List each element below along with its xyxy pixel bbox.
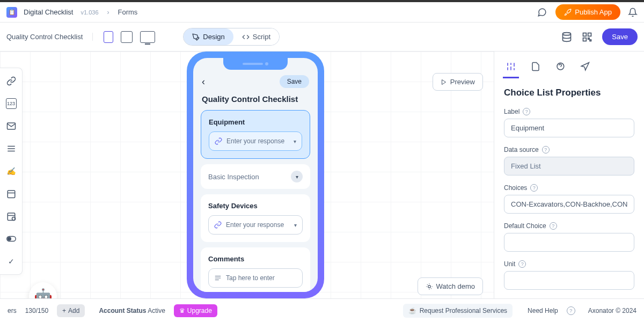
need-help-label[interactable]: Need Help — [528, 307, 558, 314]
help-icon[interactable]: ? — [523, 108, 530, 115]
svg-rect-12 — [8, 213, 15, 221]
panel-tab-notes[interactable] — [530, 59, 541, 74]
users-label: ers — [8, 307, 17, 314]
phone-notch — [223, 58, 288, 70]
save-button[interactable]: Save — [602, 28, 638, 45]
card-label: Comments — [208, 255, 303, 263]
help-icon[interactable]: ? — [518, 260, 526, 268]
sparkle-icon — [426, 283, 433, 290]
help-icon[interactable]: ? — [542, 146, 550, 153]
bell-icon[interactable] — [628, 8, 638, 17]
svg-marker-20 — [442, 79, 445, 84]
widget-toolbar: 123 ✍ ✓ — [0, 68, 23, 275]
svg-rect-2 — [588, 33, 591, 36]
svg-rect-3 — [583, 38, 587, 41]
help-icon[interactable]: ? — [530, 184, 538, 192]
form-card-basic-inspection[interactable]: Basic Inspection ▾ — [201, 164, 310, 189]
tool-link-icon[interactable] — [6, 76, 17, 86]
phone-save-button[interactable]: Save — [280, 75, 309, 88]
code-icon — [242, 33, 250, 41]
rocket-icon — [564, 9, 572, 16]
device-switcher — [104, 31, 155, 43]
design-tab[interactable]: Design — [184, 28, 233, 45]
account-status-value: Active — [148, 307, 165, 314]
tool-number-icon[interactable]: 123 — [6, 98, 17, 109]
label-input[interactable] — [504, 119, 634, 137]
preview-button[interactable]: Preview — [433, 73, 483, 91]
panel-title: Choice List Properties — [504, 87, 634, 98]
data-icon[interactable] — [561, 32, 572, 42]
tool-calendar-icon[interactable] — [6, 188, 17, 199]
account-status-label: Account Status — [99, 307, 146, 314]
upgrade-button[interactable]: ♛ Upgrade — [174, 304, 217, 317]
second-bar: Quality Control Checklist Design Script … — [0, 23, 644, 52]
tool-list-icon[interactable] — [6, 143, 17, 154]
svg-rect-4 — [588, 38, 590, 39]
status-bar: ers 130/150 +Add Account Status Active ♛… — [0, 298, 644, 322]
chevron-right-icon: › — [107, 9, 109, 16]
publish-button[interactable]: Publish App — [555, 4, 620, 20]
svg-point-0 — [563, 32, 571, 35]
tool-toggle-icon[interactable] — [6, 233, 17, 244]
phone-title: Quality Control Checklist — [193, 92, 318, 110]
datasource-input[interactable] — [504, 157, 634, 175]
canvas: 123 ✍ ✓ 🤖 ‹ Save Quality Control Checkli… — [0, 52, 644, 298]
page-name: Quality Control Checklist — [6, 33, 93, 41]
help-icon[interactable]: ? — [550, 222, 557, 230]
card-label: Basic Inspection — [208, 173, 259, 181]
svg-point-16 — [8, 237, 11, 240]
app-logo: 📋 — [6, 7, 17, 18]
script-tab[interactable]: Script — [233, 28, 279, 45]
breadcrumb[interactable]: Forms — [118, 8, 138, 16]
prop-datasource-text: Data source — [504, 146, 539, 153]
text-field[interactable]: Tap here to enter — [208, 268, 303, 288]
app-title: Digital Checklist — [24, 8, 73, 16]
tool-expand-icon[interactable]: ✓ — [6, 256, 17, 267]
mode-switcher: Design Script — [183, 28, 280, 46]
tool-email-icon[interactable] — [6, 121, 17, 131]
svg-rect-10 — [8, 191, 15, 198]
choice-field[interactable]: Enter your response ▾ — [209, 131, 302, 151]
prop-choices-text: Choices — [504, 184, 527, 192]
form-card-equipment[interactable]: Equipment Enter your response ▾ — [201, 110, 310, 159]
svg-rect-1 — [583, 33, 587, 36]
unit-input[interactable] — [504, 271, 634, 290]
choices-input[interactable] — [504, 195, 634, 214]
chat-icon[interactable] — [536, 8, 548, 17]
device-mobile-icon[interactable] — [104, 31, 113, 43]
link-icon — [214, 221, 222, 229]
card-label: Safety Devices — [208, 202, 303, 210]
svg-rect-5 — [590, 40, 591, 41]
app-version: v1.036 — [80, 9, 98, 16]
top-bar: 📋 Digital Checklist v1.036 › Forms Publi… — [0, 0, 644, 23]
phone-back-button[interactable]: ‹ — [202, 76, 205, 87]
collapse-toggle[interactable]: ▾ — [291, 171, 303, 182]
prop-default-text: Default Choice — [504, 222, 546, 230]
qr-icon[interactable] — [582, 32, 592, 42]
help-icon[interactable]: ? — [567, 306, 575, 315]
svg-marker-28 — [581, 63, 589, 70]
play-icon — [441, 79, 447, 85]
pro-services-button[interactable]: ☕ Request Professional Services — [403, 304, 513, 318]
form-card-safety-devices[interactable]: Safety Devices Enter your response ▾ — [201, 194, 310, 242]
panel-tab-properties[interactable] — [505, 59, 517, 74]
users-count: 130/150 — [25, 307, 48, 314]
tool-datetime-icon[interactable] — [6, 211, 17, 222]
device-tablet-icon[interactable] — [121, 31, 133, 43]
chevron-down-icon: ▾ — [294, 222, 297, 228]
form-card-comments[interactable]: Comments Tap here to enter — [201, 247, 310, 292]
properties-panel: Choice List Properties Label? Data sourc… — [494, 52, 644, 298]
prop-unit-text: Unit — [504, 260, 515, 268]
default-input[interactable] — [504, 233, 634, 252]
device-desktop-icon[interactable] — [140, 31, 155, 43]
text-icon — [214, 274, 222, 282]
link-icon — [215, 137, 222, 145]
panel-tab-navigation[interactable] — [579, 59, 591, 74]
choice-field[interactable]: Enter your response ▾ — [208, 215, 303, 235]
panel-tab-help[interactable] — [554, 59, 566, 74]
phone-mock: ‹ Save Quality Control Checklist Equipme… — [187, 52, 324, 298]
tool-signature-icon[interactable]: ✍ — [6, 166, 17, 177]
pen-icon — [192, 33, 200, 41]
add-button[interactable]: +Add — [57, 304, 85, 317]
watch-demo-button[interactable]: Watch demo — [418, 277, 484, 295]
